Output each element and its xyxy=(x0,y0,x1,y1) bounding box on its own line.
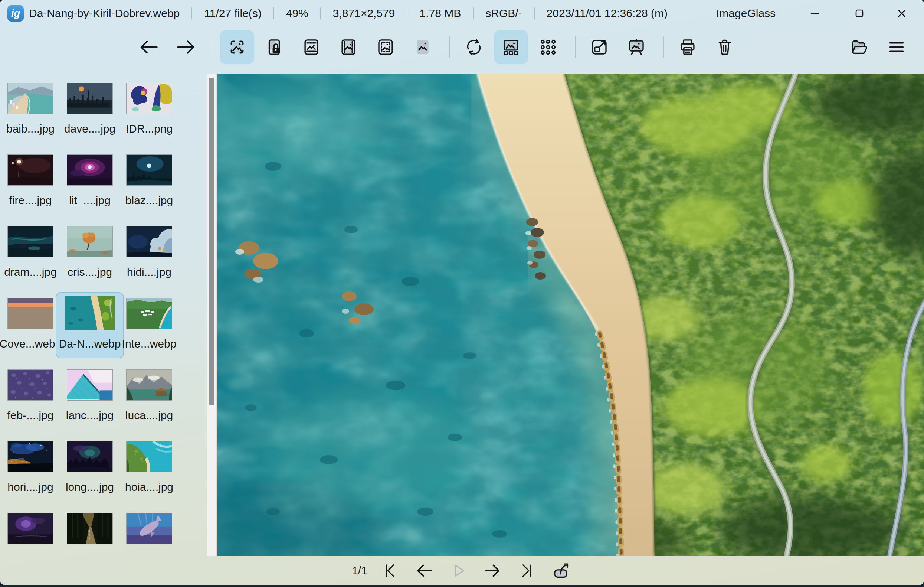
scale-to-height-button[interactable] xyxy=(332,30,366,64)
gallery-grid: baib....jpgdave....jpgIDR...pngfire....j… xyxy=(0,73,206,545)
toolbar-separator xyxy=(449,36,450,58)
file-label: luca....jpg xyxy=(125,409,173,422)
play-slideshow-icon[interactable] xyxy=(447,559,470,582)
gallery-item[interactable]: cris....jpg xyxy=(60,222,119,294)
gallery-item[interactable]: dram....jpg xyxy=(1,222,60,294)
thumbnail-purple-nebula xyxy=(67,155,112,185)
scrollbar-thumb[interactable] xyxy=(208,78,214,405)
open-file-button[interactable] xyxy=(842,30,876,64)
gallery-item[interactable]: lit_....jpg xyxy=(60,150,119,222)
main-menu-button[interactable] xyxy=(879,30,914,64)
title-color-profile: sRGB/- xyxy=(485,7,522,20)
auto-zoom-button[interactable] xyxy=(220,30,254,64)
gallery-item[interactable]: fire....jpg xyxy=(1,150,60,222)
toolbar xyxy=(0,27,924,68)
gallery-scrollbar[interactable] xyxy=(207,73,216,556)
thumbnail-sunset-boats xyxy=(8,298,53,329)
next-image-icon[interactable] xyxy=(481,559,504,582)
back-arrow-icon[interactable] xyxy=(132,30,166,64)
file-label: baib....jpg xyxy=(6,122,54,135)
thumbnail-nebula-beach xyxy=(8,513,53,544)
thumbnail-dark-forest-glow xyxy=(67,441,112,472)
file-label: dram....jpg xyxy=(4,266,57,278)
thumbnail-underwater-whale xyxy=(127,513,172,544)
thumbnail-coastal-city-aerial xyxy=(8,83,53,114)
gallery-item[interactable]: hoia....jpg xyxy=(119,437,179,509)
scale-to-fill-button[interactable] xyxy=(406,30,440,64)
thumbnail-forest-road-light xyxy=(67,513,112,544)
maximize-button[interactable] xyxy=(839,0,880,27)
separator xyxy=(274,7,274,19)
gallery-item[interactable]: dave....jpg xyxy=(60,79,119,150)
lock-zoom-button[interactable] xyxy=(257,30,291,64)
gallery-item[interactable]: Da-N...webp xyxy=(60,294,119,365)
gallery-item[interactable] xyxy=(1,509,60,545)
gallery-item[interactable]: feb-....jpg xyxy=(1,365,60,437)
separator xyxy=(320,7,321,19)
gallery-item[interactable]: hidi....jpg xyxy=(119,222,179,294)
gallery-item[interactable]: IDR...png xyxy=(119,79,179,150)
gallery-item[interactable]: luca....jpg xyxy=(119,365,179,437)
file-label: feb-....jpg xyxy=(7,409,53,422)
first-image-icon[interactable] xyxy=(378,559,401,582)
thumbnail-night-sky-city xyxy=(8,441,53,472)
page-indicator: 1/1 xyxy=(352,564,367,577)
file-label: dave....jpg xyxy=(64,122,116,135)
thumbnail-night-sparks xyxy=(8,155,53,185)
thumbnail-fantasy-cliff xyxy=(127,227,172,257)
gallery-item[interactable]: lanc....jpg xyxy=(60,365,119,437)
close-button[interactable] xyxy=(881,0,922,27)
main-image-viewer[interactable] xyxy=(218,73,924,556)
gallery-panel-button[interactable] xyxy=(494,30,528,64)
gallery-item[interactable] xyxy=(60,509,119,545)
file-label: Cove...webp xyxy=(0,337,61,350)
file-label: Inte...webp xyxy=(122,337,177,350)
slideshow-button[interactable] xyxy=(619,30,653,64)
thumbnail-lone-orange-tree xyxy=(67,227,112,257)
thumbnail-moonlit-forest xyxy=(127,155,172,185)
thumbnail-danang-beach-aerial xyxy=(65,296,115,330)
title-file-size: 1.78 MB xyxy=(419,7,461,20)
scale-to-fit-button[interactable] xyxy=(368,30,403,64)
toolbar-separator xyxy=(575,36,576,58)
thumbnail-teal-roof xyxy=(67,370,112,400)
app-name: ImageGlass xyxy=(716,0,776,27)
last-image-icon[interactable] xyxy=(515,559,538,582)
separator xyxy=(191,7,192,19)
file-label: hori....jpg xyxy=(7,481,53,493)
gallery-item[interactable]: blaz....jpg xyxy=(119,150,179,222)
file-label: IDR...png xyxy=(126,122,173,135)
app-logo-icon: ig xyxy=(7,5,24,21)
window-fit-button[interactable] xyxy=(582,30,616,64)
separator xyxy=(534,7,535,19)
gallery-item[interactable]: Inte...webp xyxy=(119,294,179,365)
gallery-item[interactable]: Cove...webp xyxy=(1,294,60,365)
refresh-icon[interactable] xyxy=(457,30,491,64)
thumbnail-abstract-map xyxy=(127,83,172,114)
print-button[interactable] xyxy=(670,30,705,64)
delete-button[interactable] xyxy=(708,30,742,64)
scale-to-width-button[interactable] xyxy=(294,30,328,64)
title-filename: Da-Nang-by-Kiril-Dobrev.webp xyxy=(29,7,180,20)
toolbar-separator xyxy=(663,36,664,58)
file-label: blaz....jpg xyxy=(125,194,173,207)
forward-arrow-icon[interactable] xyxy=(169,30,203,64)
status-bar: 1/1 xyxy=(0,556,924,585)
gallery-item[interactable]: long....jpg xyxy=(60,437,119,509)
gallery-item[interactable]: hori....jpg xyxy=(1,437,60,509)
file-label: long....jpg xyxy=(66,481,114,493)
gallery-item[interactable] xyxy=(119,509,179,545)
separator xyxy=(407,7,408,19)
main-photo-danang-beach xyxy=(218,73,924,556)
file-label: lit_....jpg xyxy=(69,194,111,207)
thumbnail-resort-bay xyxy=(127,298,172,329)
share-export-icon[interactable] xyxy=(549,559,572,582)
thumbnail-mountain-lake-cabin xyxy=(127,370,172,400)
gallery-item[interactable]: baib....jpg xyxy=(1,79,60,150)
minimize-button[interactable] xyxy=(794,0,835,27)
previous-image-icon[interactable] xyxy=(412,559,436,582)
title-file-position: 11/27 file(s) xyxy=(204,7,262,20)
title-dimensions: 3,871×2,579 xyxy=(333,7,395,20)
thumbnail-grid-button[interactable] xyxy=(531,30,565,64)
title-modified-date: 2023/11/01 12:36:28 (m) xyxy=(546,7,668,20)
